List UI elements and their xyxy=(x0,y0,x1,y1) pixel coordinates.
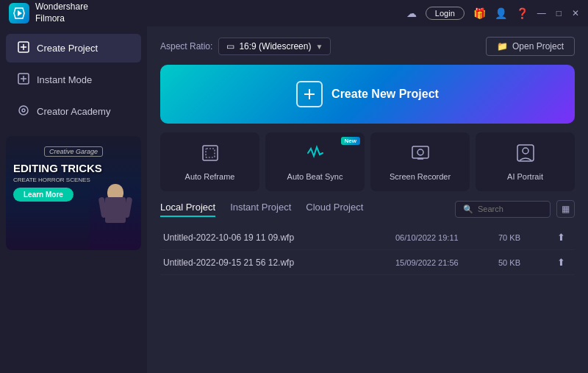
project-name: Untitled-2022-09-15 21 56 12.wfp xyxy=(163,257,395,268)
svg-point-18 xyxy=(523,148,528,154)
main-layout: Create Project Instant Mode Creator Acad… xyxy=(0,26,588,373)
sidebar-creator-academy-label: Creator Academy xyxy=(37,106,110,117)
svg-rect-12 xyxy=(203,146,218,160)
gift-icon[interactable]: 🎁 xyxy=(473,7,486,19)
action-card-auto-beat-sync[interactable]: New Auto Beat Sync xyxy=(265,132,365,191)
sidebar-promo-banner[interactable]: Creative Garage EDITING TRICKS CREATE HO… xyxy=(6,136,141,250)
help-icon[interactable]: ❓ xyxy=(516,7,528,19)
table-row[interactable]: Untitled-2022-10-06 19 11 09.wfp 06/10/2… xyxy=(160,225,575,250)
aspect-ratio-chevron-icon: ▼ xyxy=(315,43,323,51)
auto-beat-sync-label: Auto Beat Sync xyxy=(287,172,343,181)
svg-rect-14 xyxy=(412,146,429,158)
projects-toolbar: 🔍 ▦ xyxy=(455,200,575,218)
banner-learn-button[interactable]: Learn More xyxy=(13,188,74,202)
tab-local-project[interactable]: Local Project xyxy=(160,202,215,217)
ai-portrait-icon xyxy=(515,143,536,168)
banner-subtitle: CREATE HORROR SCENES xyxy=(13,177,134,183)
project-name: Untitled-2022-10-06 19 11 09.wfp xyxy=(163,232,395,243)
content-topbar: Aspect Ratio: ▭ 16:9 (Widescreen) ▼ 📁 Op… xyxy=(160,37,575,56)
sidebar-create-project-label: Create Project xyxy=(37,43,98,54)
sidebar: Create Project Instant Mode Creator Acad… xyxy=(0,26,147,373)
banner-title: EDITING TRICKS xyxy=(13,163,134,175)
search-box: 🔍 xyxy=(455,201,551,218)
aspect-ratio-value: 16:9 (Widescreen) xyxy=(239,41,311,51)
svg-point-9 xyxy=(22,109,25,112)
open-project-button[interactable]: 📁 Open Project xyxy=(486,37,575,56)
create-new-project-banner[interactable]: Create New Project xyxy=(160,65,575,124)
aspect-ratio-label: Aspect Ratio: xyxy=(160,41,212,51)
project-size: 50 KB xyxy=(498,258,550,267)
login-button[interactable]: Login xyxy=(426,7,465,20)
app-branding: Wondershare Filmora xyxy=(9,1,88,24)
aspect-ratio-icon: ▭ xyxy=(226,41,234,51)
close-button[interactable]: ✕ xyxy=(572,8,579,18)
aspect-ratio-dropdown[interactable]: ▭ 16:9 (Widescreen) ▼ xyxy=(218,38,331,55)
creator-academy-icon xyxy=(18,104,29,118)
folder-icon: 📁 xyxy=(497,41,508,51)
sidebar-instant-mode-label: Instant Mode xyxy=(37,74,92,85)
app-logo xyxy=(9,3,29,24)
screen-recorder-icon xyxy=(410,143,431,168)
aspect-ratio-selector: Aspect Ratio: ▭ 16:9 (Widescreen) ▼ xyxy=(160,38,331,55)
ai-portrait-label: AI Portrait xyxy=(507,172,543,181)
search-icon: 🔍 xyxy=(463,205,473,214)
auto-reframe-icon xyxy=(200,143,220,168)
project-list: Untitled-2022-10-06 19 11 09.wfp 06/10/2… xyxy=(160,225,575,275)
svg-rect-13 xyxy=(206,149,215,157)
projects-header: Local Project Instant Project Cloud Proj… xyxy=(160,200,575,218)
sidebar-item-creator-academy[interactable]: Creator Academy xyxy=(6,97,141,126)
action-card-screen-recorder[interactable]: Screen Recorder xyxy=(370,132,470,191)
window-controls: — □ ✕ xyxy=(537,8,579,18)
action-card-ai-portrait[interactable]: AI Portrait xyxy=(476,132,575,191)
svg-marker-1 xyxy=(18,10,22,16)
quick-actions-grid: Auto Reframe New Auto Beat Sync xyxy=(160,132,575,191)
svg-point-8 xyxy=(19,106,28,115)
maximize-button[interactable]: □ xyxy=(556,8,562,18)
projects-section: Local Project Instant Project Cloud Proj… xyxy=(160,200,575,363)
view-toggle-button[interactable]: ▦ xyxy=(556,200,575,218)
minimize-button[interactable]: — xyxy=(537,8,546,18)
upload-icon[interactable]: ⬆ xyxy=(550,232,572,243)
project-size: 70 KB xyxy=(498,233,550,242)
upload-icon[interactable]: ⬆ xyxy=(550,257,572,268)
search-input[interactable] xyxy=(478,205,537,213)
tab-cloud-project[interactable]: Cloud Project xyxy=(306,202,363,217)
project-date: 06/10/2022 19:11 xyxy=(395,233,498,242)
auto-beat-sync-icon xyxy=(305,143,326,168)
create-project-icon xyxy=(18,41,29,55)
content-area: Aspect Ratio: ▭ 16:9 (Widescreen) ▼ 📁 Op… xyxy=(147,26,588,373)
sidebar-item-instant-mode[interactable]: Instant Mode xyxy=(6,65,141,94)
tab-instant-project[interactable]: Instant Project xyxy=(230,202,291,217)
banner-content: Creative Garage EDITING TRICKS CREATE HO… xyxy=(6,136,141,209)
action-card-auto-reframe[interactable]: Auto Reframe xyxy=(160,132,259,191)
app-title: Wondershare Filmora xyxy=(35,1,88,24)
screen-recorder-label: Screen Recorder xyxy=(390,172,451,181)
cloud-icon[interactable]: ☁ xyxy=(406,7,417,19)
title-bar-right: ☁ Login 🎁 👤 ❓ — □ ✕ xyxy=(406,7,579,20)
sidebar-item-create-project[interactable]: Create Project xyxy=(6,34,141,63)
banner-garage-text: Creative Garage xyxy=(44,146,103,157)
create-project-label: Create New Project xyxy=(331,88,439,101)
project-date: 15/09/2022 21:56 xyxy=(395,258,498,267)
instant-mode-icon xyxy=(18,73,29,87)
project-tabs: Local Project Instant Project Cloud Proj… xyxy=(160,202,363,217)
create-project-plus-icon xyxy=(296,81,323,107)
table-row[interactable]: Untitled-2022-09-15 21 56 12.wfp 15/09/2… xyxy=(160,250,575,275)
svg-point-16 xyxy=(417,149,423,155)
auto-reframe-label: Auto Reframe xyxy=(185,172,235,181)
profile-icon[interactable]: 👤 xyxy=(495,7,507,19)
title-bar: Wondershare Filmora ☁ Login 🎁 👤 ❓ — □ ✕ xyxy=(0,0,588,26)
new-badge: New xyxy=(341,137,360,145)
